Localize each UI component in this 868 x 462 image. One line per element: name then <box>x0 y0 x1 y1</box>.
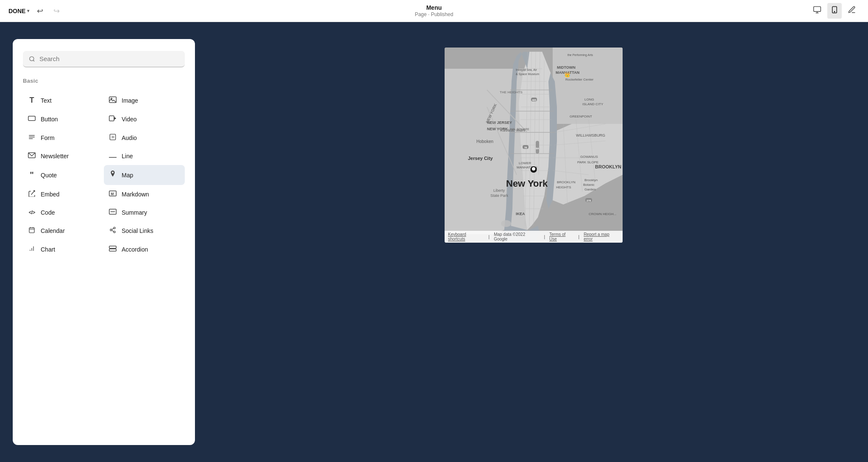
audio-icon <box>108 134 117 142</box>
svg-text:PARK SLOPE: PARK SLOPE <box>577 160 598 164</box>
svg-text:LONG: LONG <box>584 98 594 101</box>
svg-rect-36 <box>109 249 117 251</box>
svg-text:CROWN HEIGH...: CROWN HEIGH... <box>589 212 616 216</box>
svg-text:WILLIAMSBURG: WILLIAMSBURG <box>576 133 605 137</box>
widget-item-markdown[interactable]: M Markdown <box>104 185 185 204</box>
accordion-label: Accordion <box>122 246 148 253</box>
svg-marker-11 <box>114 117 116 120</box>
desktop-view-button[interactable] <box>810 3 825 19</box>
svg-point-28 <box>110 229 112 231</box>
svg-text:NEW JERSEY: NEW JERSEY <box>487 120 512 125</box>
svg-rect-42 <box>553 48 623 124</box>
mobile-view-button[interactable] <box>827 3 842 19</box>
edit-button[interactable] <box>844 3 860 19</box>
svg-text:BROOKLYN: BROOKLYN <box>557 180 576 184</box>
svg-rect-35 <box>109 246 117 248</box>
widget-item-button[interactable]: Button <box>23 110 104 129</box>
map-svg: 9A NEW JERSEY NEW YORK Jersey City place… <box>445 48 623 243</box>
svg-point-29 <box>114 231 115 233</box>
items-grid: T Text Image Button Video <box>23 91 185 259</box>
text-icon: T <box>27 96 36 105</box>
widget-item-video[interactable]: Video <box>104 110 185 129</box>
svg-point-5 <box>30 56 34 61</box>
search-input[interactable] <box>39 55 179 62</box>
undo-button[interactable]: ↩ <box>34 5 46 17</box>
page-status: Page · Published <box>415 11 453 17</box>
widget-item-embed[interactable]: Embed <box>23 185 104 204</box>
calendar-icon <box>27 227 36 235</box>
svg-text:Jersey City: Jersey City <box>468 156 493 161</box>
page-title: Menu <box>415 4 453 11</box>
svg-point-27 <box>114 227 115 229</box>
markdown-icon: M <box>108 190 117 198</box>
line-icon <box>108 152 117 160</box>
widget-item-code[interactable]: </> Code <box>23 204 104 221</box>
svg-text:GOWANUS: GOWANUS <box>580 155 598 159</box>
widget-item-quote[interactable]: " Quote <box>23 165 104 185</box>
newsletter-icon <box>27 152 36 160</box>
svg-text:BROOKLYN: BROOKLYN <box>595 164 621 169</box>
svg-text:State Park: State Park <box>490 193 509 198</box>
newsletter-label: Newsletter <box>41 153 69 160</box>
svg-text:IKEA: IKEA <box>516 212 525 216</box>
accordion-icon <box>108 246 117 253</box>
svg-text:GREENPOINT: GREENPOINT <box>570 115 592 118</box>
code-label: Code <box>41 209 55 216</box>
code-icon: </> <box>27 210 36 216</box>
markdown-label: Markdown <box>122 191 149 198</box>
widget-item-accordion[interactable]: Accordion <box>104 240 185 259</box>
widget-item-line[interactable]: Line <box>104 147 185 165</box>
widget-item-audio[interactable]: Audio <box>104 129 185 147</box>
widget-item-map[interactable]: Map <box>104 165 185 185</box>
widget-item-text[interactable]: T Text <box>23 91 104 110</box>
map-icon <box>108 171 117 180</box>
calendar-label: Calendar <box>41 227 65 234</box>
map-container: 9A NEW JERSEY NEW YORK Jersey City place… <box>445 48 623 243</box>
topbar-center: Menu Page · Published <box>415 4 453 17</box>
widget-item-newsletter[interactable]: Newsletter <box>23 147 104 165</box>
terms-link[interactable]: Terms of Use <box>549 232 574 241</box>
search-icon <box>29 56 35 62</box>
svg-text:NEW JERSEY: NEW JERSEY <box>500 128 525 132</box>
map-attribution: Keyboard shortcuts | Map data ©2022 Goog… <box>445 231 623 243</box>
video-icon <box>108 115 117 123</box>
line-label: Line <box>122 153 133 160</box>
widget-item-chart[interactable]: Chart <box>23 240 104 259</box>
button-icon <box>27 115 36 123</box>
svg-text:& Space Museum: & Space Museum <box>516 73 539 76</box>
topbar-left: DONE ▾ ↩ ↪ <box>8 5 62 17</box>
svg-text:9A: 9A <box>536 147 539 150</box>
svg-text:495: 495 <box>532 99 537 101</box>
widget-item-calendar[interactable]: Calendar <box>23 221 104 240</box>
svg-point-118 <box>532 181 535 183</box>
map-label: Map <box>122 172 133 179</box>
svg-text:Liberty: Liberty <box>493 188 505 193</box>
map-data-label: Map data ©2022 Google <box>494 232 540 241</box>
redo-button[interactable]: ↪ <box>51 5 62 17</box>
image-icon <box>108 96 117 105</box>
widget-panel: Basic T Text Image Button <box>13 39 195 445</box>
widget-item-summary[interactable]: Summary <box>104 204 185 221</box>
embed-icon <box>27 190 36 199</box>
summary-icon <box>108 209 117 216</box>
desktop-icon <box>813 6 821 14</box>
widget-item-form[interactable]: Form <box>23 129 104 147</box>
widget-item-sociallinks[interactable]: Social Links <box>104 221 185 240</box>
svg-rect-23 <box>29 228 34 233</box>
topbar: DONE ▾ ↩ ↪ Menu Page · Published <box>0 0 868 22</box>
svg-text:THE HEIGHTS: THE HEIGHTS <box>500 90 523 94</box>
quote-icon: " <box>27 170 36 180</box>
summary-label: Summary <box>122 209 147 216</box>
svg-text:New York: New York <box>506 178 548 189</box>
main-content: Basic T Text Image Button <box>0 22 868 462</box>
report-error-link[interactable]: Report a map error <box>584 232 619 241</box>
svg-text:Botanic: Botanic <box>583 183 595 187</box>
done-button[interactable]: DONE ▾ <box>8 8 29 14</box>
svg-text:the Performing Arts: the Performing Arts <box>568 53 593 57</box>
keyboard-shortcuts-link[interactable]: Keyboard shortcuts <box>448 232 484 241</box>
svg-text:278: 278 <box>587 199 591 202</box>
svg-line-31 <box>112 228 114 230</box>
widget-item-image[interactable]: Image <box>104 91 185 110</box>
svg-text:78: 78 <box>524 146 527 149</box>
svg-text:Garden: Garden <box>584 188 596 191</box>
